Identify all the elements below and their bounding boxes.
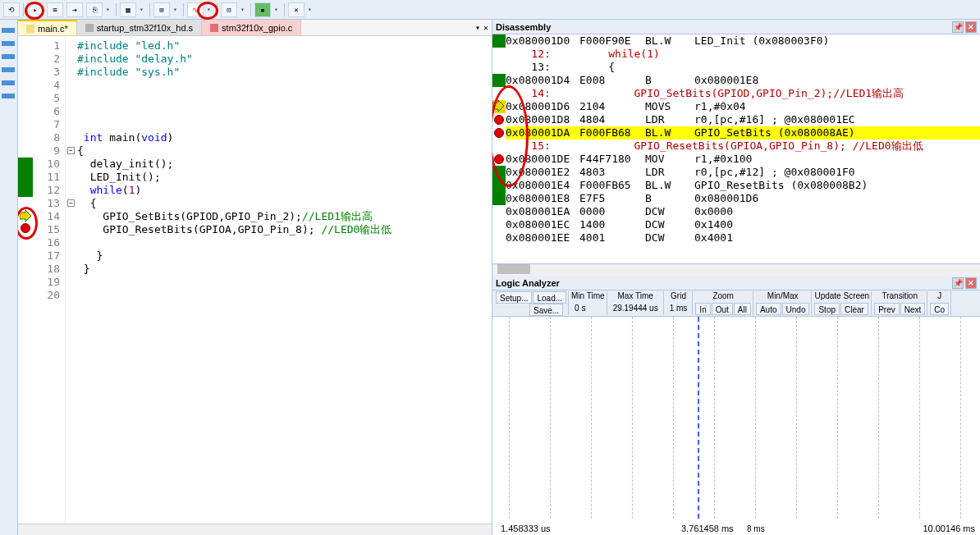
- analyzer-icon[interactable]: ∿: [187, 2, 204, 17]
- breakpoint-icon[interactable]: [21, 223, 30, 233]
- clear-button[interactable]: Clear: [840, 303, 868, 315]
- cov-icon[interactable]: ▪: [254, 2, 271, 17]
- breakpoint-gutter[interactable]: [18, 36, 33, 524]
- zoom-all-button[interactable]: All: [734, 303, 751, 315]
- fold-icon[interactable]: −: [67, 147, 75, 154]
- disassembly-panel[interactable]: 0x080001D0F000F90EBL.WLED_Init (0x080003…: [492, 34, 980, 264]
- disasm-header: Disassembly 📌 ✕: [492, 20, 980, 34]
- tab-controls: ▾ ✕: [475, 23, 492, 32]
- toolbar: ⟲ ▸ ≡ ⇥ ⎘ ▾ ▦ ▾ ⊞ ▾ ∿ ▾ ⊡ ▾ ▪ ▾ ✕ ▾: [0, 0, 980, 20]
- status-mid2: 8 ms: [747, 524, 765, 533]
- pc-arrow-icon: [20, 210, 31, 222]
- logic-toolbar: Setup...Load... Save... Min Time 0 s Max…: [492, 290, 980, 317]
- next-button[interactable]: Next: [900, 303, 926, 315]
- logic-canvas[interactable]: 1.458333 us 3.761458 ms 8 ms 10.00146 ms: [492, 317, 980, 535]
- maxtime-value: 29.19444 us: [610, 303, 662, 313]
- editor-tabs: main.c* startup_stm32f10x_hd.s stm32f10x…: [18, 20, 492, 36]
- left-stripe: [0, 20, 18, 535]
- fold-gutter[interactable]: − −: [66, 36, 77, 524]
- prev-button[interactable]: Prev: [874, 303, 900, 315]
- co-button[interactable]: Co: [930, 303, 949, 315]
- save-button[interactable]: Save...: [529, 304, 563, 316]
- logic-header: Logic Analyzer 📌 ✕: [492, 276, 980, 290]
- tab-startup[interactable]: startup_stm32f10x_hd.s: [77, 20, 202, 35]
- dropdown-icon[interactable]: ▾: [274, 6, 281, 13]
- fold-icon[interactable]: −: [67, 199, 75, 207]
- svg-marker-0: [20, 210, 31, 222]
- tab-close-icon[interactable]: ✕: [483, 23, 488, 32]
- zoom-out-button[interactable]: Out: [712, 303, 733, 315]
- setup-button[interactable]: Setup...: [496, 291, 532, 304]
- line-numbers: 1234567891011121314151617181920: [33, 36, 66, 524]
- auto-button[interactable]: Auto: [756, 303, 781, 315]
- status-right: 10.00146 ms: [923, 524, 975, 533]
- dropdown-icon[interactable]: ▾: [106, 6, 112, 13]
- pin-icon[interactable]: 📌: [952, 21, 964, 33]
- dropdown-icon[interactable]: ▾: [140, 6, 146, 13]
- dropdown-icon[interactable]: ▾: [207, 6, 213, 13]
- code-area[interactable]: 1234567891011121314151617181920 − − #inc…: [18, 36, 492, 524]
- tools-icon[interactable]: ✕: [288, 2, 305, 17]
- tab-main-c[interactable]: main.c*: [18, 20, 77, 35]
- grid-value: 1 ms: [666, 303, 691, 313]
- zoom-in-button[interactable]: In: [695, 303, 710, 315]
- code-text[interactable]: #include "led.h"#include "delay.h"#inclu…: [77, 36, 492, 524]
- editor-panel: main.c* startup_stm32f10x_hd.s stm32f10x…: [18, 20, 492, 535]
- run-icon[interactable]: ▸: [27, 2, 44, 17]
- mintime-value: 0 s: [571, 303, 605, 313]
- dropdown-icon[interactable]: ▾: [308, 6, 314, 13]
- window-icon[interactable]: ▦: [120, 2, 136, 17]
- load-button[interactable]: Load...: [533, 291, 566, 304]
- dropdown-icon[interactable]: ▾: [240, 6, 247, 13]
- tab-gpio[interactable]: stm32f10x_gpio.c: [202, 20, 301, 35]
- step-icon[interactable]: ⎘: [86, 2, 103, 17]
- reset-icon[interactable]: ⟲: [3, 2, 20, 17]
- trace-icon[interactable]: ⇥: [66, 2, 83, 17]
- status-left: 1.458333 us: [501, 524, 551, 533]
- reg-icon[interactable]: ⊞: [153, 2, 170, 17]
- disasm-scrollbar[interactable]: [492, 264, 980, 276]
- list-icon[interactable]: ≡: [47, 2, 63, 17]
- close-icon[interactable]: ✕: [965, 277, 977, 289]
- tab-dropdown-icon[interactable]: ▾: [475, 23, 480, 32]
- scope-icon[interactable]: ⊡: [221, 2, 237, 17]
- pin-icon[interactable]: 📌: [952, 277, 964, 289]
- close-icon[interactable]: ✕: [965, 21, 977, 33]
- stop-button[interactable]: Stop: [814, 303, 840, 315]
- undo-button[interactable]: Undo: [782, 303, 810, 315]
- svg-marker-1: [492, 100, 504, 112]
- editor-scrollbar[interactable]: [18, 524, 492, 535]
- status-mid: 3.761458 ms: [681, 524, 734, 533]
- dropdown-icon[interactable]: ▾: [173, 6, 180, 13]
